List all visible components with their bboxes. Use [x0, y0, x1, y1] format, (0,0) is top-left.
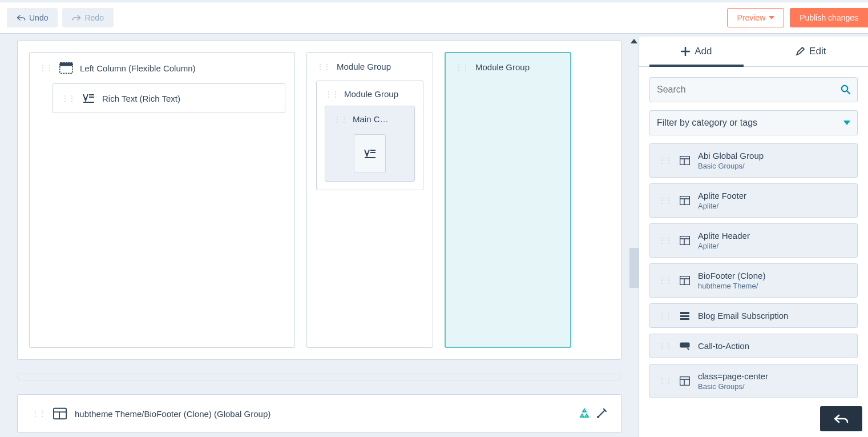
redo-button: Redo	[62, 8, 113, 27]
revert-fab[interactable]	[820, 406, 862, 431]
rich-text-icon	[363, 148, 377, 159]
rich-text-module[interactable]: ⋮⋮ Rich Text (Rich Text)	[53, 83, 285, 113]
canvas-scrollbar-thumb[interactable]	[629, 248, 639, 288]
layout-icon	[680, 376, 690, 386]
module-list-item[interactable]: ⋮⋮ Blog Email Subscription	[649, 303, 858, 328]
drag-handle-icon[interactable]: ⋮⋮	[658, 311, 672, 320]
preview-label: Preview	[737, 13, 765, 22]
drag-handle-icon[interactable]: ⋮⋮	[31, 409, 45, 418]
pencil-icon	[796, 47, 805, 56]
module-list-item[interactable]: ⋮⋮ class=page-center Basic Groups/	[649, 364, 858, 398]
publish-button[interactable]: Publish changes	[790, 8, 868, 27]
left-column-label: Left Column (Flexible Column)	[80, 63, 196, 73]
search-input[interactable]	[649, 77, 858, 102]
drag-handle-icon[interactable]: ⋮⋮	[333, 115, 347, 124]
footer-card-actions	[579, 408, 607, 419]
left-column-card[interactable]: ⋮⋮ Left Column (Flexible Column) ⋮⋮ Rich…	[29, 52, 295, 348]
redo-icon	[72, 14, 81, 21]
toolbar: Undo Redo Preview Publish changes	[0, 2, 868, 34]
svg-rect-26	[680, 312, 689, 314]
undo-icon	[834, 414, 849, 424]
canvas[interactable]: ⋮⋮ Left Column (Flexible Column) ⋮⋮ Rich…	[0, 37, 639, 437]
drag-handle-icon[interactable]: ⋮⋮	[39, 63, 53, 73]
feed-icon	[680, 311, 690, 320]
filter-label: Filter by category or tags	[657, 118, 757, 128]
left-column-header: ⋮⋮ Left Column (Flexible Column)	[39, 62, 285, 74]
module-name: Blog Email Subscription	[698, 311, 788, 320]
module-group-header: ⋮⋮ Module Group	[316, 62, 423, 71]
tab-edit[interactable]: Edit	[754, 37, 869, 66]
search-icon	[841, 85, 851, 95]
publish-label: Publish changes	[800, 13, 858, 22]
module-group-header: ⋮⋮ Module Group	[455, 62, 561, 72]
drag-handle-icon[interactable]: ⋮⋮	[455, 63, 469, 72]
search-wrap	[649, 77, 858, 102]
tab-add[interactable]: Add	[639, 37, 754, 66]
module-path: hubtheme Theme/	[698, 282, 765, 290]
svg-rect-14	[680, 157, 690, 165]
footer-module-card[interactable]: ⋮⋮ hubtheme Theme/BioFooter (Clone) (Glo…	[17, 394, 621, 433]
undo-label: Undo	[29, 13, 48, 22]
drag-handle-icon[interactable]: ⋮⋮	[316, 62, 330, 71]
module-name: Aplite Header	[698, 231, 750, 240]
caret-down-icon	[843, 121, 850, 125]
module-list-item[interactable]: ⋮⋮ BioFooter (Clone) hubtheme Theme/	[649, 263, 858, 298]
svg-rect-29	[680, 342, 690, 347]
svg-rect-20	[680, 236, 690, 245]
footer-module-label: hubtheme Theme/BioFooter (Clone) (Global…	[75, 409, 571, 419]
preview-button[interactable]: Preview	[727, 8, 784, 27]
main-content-slot[interactable]: ⋮⋮ Main C…	[325, 106, 415, 182]
module-list-item[interactable]: ⋮⋮ Aplite Footer Aplite/	[649, 183, 858, 218]
module-name: Call-to-Action	[698, 341, 749, 351]
drag-handle-icon[interactable]: ⋮⋮	[658, 376, 672, 386]
recycle-icon[interactable]	[579, 408, 590, 419]
drag-handle-icon[interactable]: ⋮⋮	[658, 342, 672, 351]
module-list-item[interactable]: ⋮⋮ Aplite Header Aplite/	[649, 223, 858, 258]
module-name: BioFooter (Clone)	[698, 271, 765, 280]
scroll-up-indicator[interactable]	[631, 39, 637, 43]
module-group-label: Module Group	[475, 62, 530, 72]
module-path: Aplite/	[698, 202, 746, 210]
layout-icon	[680, 276, 690, 285]
svg-line-13	[847, 91, 850, 94]
panel-tabs: Add Edit	[639, 37, 868, 67]
drag-handle-icon[interactable]: ⋮⋮	[658, 276, 672, 285]
inner-module-group-label: Module Group	[344, 89, 398, 99]
layout-icon	[680, 156, 690, 165]
tools-icon[interactable]	[596, 408, 607, 419]
module-list-item[interactable]: ⋮⋮ Abi Global Group Basic Groups/	[649, 143, 858, 178]
svg-point-11	[597, 416, 599, 418]
tab-add-label: Add	[695, 46, 712, 57]
rich-text-icon	[82, 92, 95, 105]
drag-handle-icon[interactable]: ⋮⋮	[61, 94, 75, 103]
drag-handle-icon[interactable]: ⋮⋮	[658, 156, 672, 165]
cta-icon	[680, 342, 690, 350]
module-path: Basic Groups/	[698, 162, 764, 170]
module-group-label: Module Group	[337, 62, 391, 71]
rich-text-tile[interactable]	[354, 134, 386, 173]
panel-body: Filter by category or tags ⋮⋮ Abi Global…	[639, 67, 868, 437]
module-group-card[interactable]: ⋮⋮ Module Group ⋮⋮ Module Group ⋮⋮ Main …	[306, 52, 433, 348]
layout-icon	[680, 196, 690, 205]
svg-rect-30	[680, 377, 690, 386]
flexible-column-icon	[59, 62, 73, 74]
main-content-label: Main C…	[353, 114, 389, 124]
inner-module-group[interactable]: ⋮⋮ Module Group ⋮⋮ Main C…	[316, 81, 423, 190]
svg-rect-17	[680, 197, 690, 205]
drag-handle-icon[interactable]: ⋮⋮	[658, 196, 672, 205]
drag-handle-icon[interactable]: ⋮⋮	[325, 90, 338, 99]
undo-button[interactable]: Undo	[7, 8, 58, 27]
svg-rect-23	[680, 276, 690, 285]
tab-edit-label: Edit	[809, 46, 826, 57]
filter-select[interactable]: Filter by category or tags	[649, 110, 858, 135]
section-divider	[17, 374, 621, 380]
module-list-item[interactable]: ⋮⋮ Call-to-Action	[649, 334, 858, 358]
module-path: Aplite/	[698, 242, 750, 250]
layout-icon	[53, 407, 67, 420]
rich-text-label: Rich Text (Rich Text)	[102, 94, 180, 103]
drag-handle-icon[interactable]: ⋮⋮	[658, 236, 672, 245]
layout-icon	[680, 236, 690, 245]
plus-icon	[681, 47, 690, 56]
module-group-selected[interactable]: ⋮⋮ Module Group	[445, 52, 571, 348]
module-name: class=page-center	[698, 371, 768, 381]
